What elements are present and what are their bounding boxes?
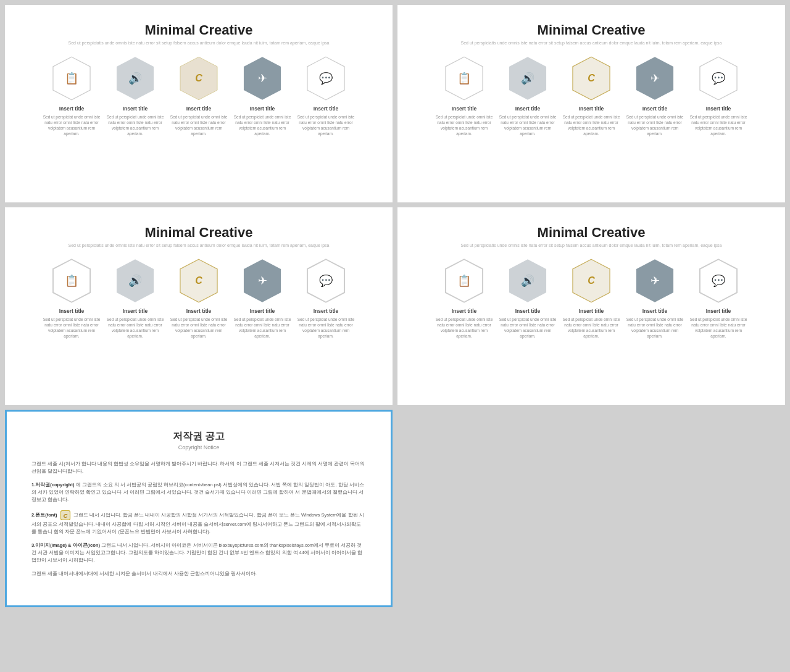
empty-area (397, 410, 785, 607)
slide-4-subtitle: Sed ut perspiciatis unde omnis iste natu… (416, 243, 767, 247)
hex-2-text: Sed ut perspiciat unde omni iste natu er… (106, 114, 165, 136)
slide4-hex-item-3: C Insert title Sed ut perspiciat unde om… (562, 259, 621, 339)
slide-2-hexagons: 📋 Insert title Sed ut perspiciat unde om… (416, 56, 767, 136)
copyright-logo-inline: C (60, 510, 71, 521)
svg-text:C: C (63, 512, 68, 519)
slide4-hex-3-text: Sed ut perspiciat unde omni iste natu er… (562, 317, 621, 339)
slide4-hex-item-4: ✈ Insert title Sed ut perspiciat unde om… (626, 259, 684, 339)
speaker-icon-3: 🔊 (128, 275, 142, 286)
slide3-hex-1-label: Insert title (59, 308, 85, 314)
slide2-hex-3-text: Sed ut perspiciat unde omni iste natu er… (562, 114, 621, 136)
plane-icon-2: ✈ (651, 73, 660, 84)
hex-item-3: C Insert title Sed ut perspiciat unde om… (170, 56, 228, 136)
slide4-hex-2-text: Sed ut perspiciat unde omni iste natu er… (499, 317, 557, 339)
slide3-hex-5-label: Insert title (314, 308, 339, 314)
copyright-body: 그랜드 세줄 시(저서가 합니다 내용의 합법성 소유임을 서명하게 발아주시기… (31, 460, 366, 578)
letter-c-icon-2: C (588, 73, 595, 83)
slide3-hex-item-5: 💬 Insert title Sed ut perspiciat unde om… (297, 259, 356, 339)
slide-3-subtitle: Sed ut perspiciatis unde omnis iste natu… (23, 243, 374, 247)
chat-icon-2: 💬 (712, 73, 725, 84)
copyright-en-title: Copyright Notice (31, 444, 366, 450)
slide-1-title: Minimal Creative (23, 22, 374, 38)
hex-item-2: 🔊 Insert title Sed ut perspiciat unde om… (106, 56, 165, 136)
speaker-icon-2: 🔊 (521, 73, 534, 84)
slide2-hex-4-text: Sed ut perspiciat unde omni iste natu er… (626, 114, 684, 136)
slide-3-hexagons: 📋 Insert title Sed ut perspiciat unde om… (23, 259, 374, 339)
slide-1-subtitle: Sed ut perspiciatis unde omnis iste natu… (23, 41, 374, 45)
slide4-hex-item-2: 🔊 Insert title Sed ut perspiciat unde om… (499, 259, 557, 339)
speaker-icon-4: 🔊 (521, 275, 534, 286)
slide4-hex-2-label: Insert title (515, 308, 541, 314)
hex-item-4: ✈ Insert title Sed ut perspiciat unde om… (233, 56, 292, 136)
plane-icon-4: ✈ (651, 275, 660, 286)
slide-2-title: Minimal Creative (416, 22, 767, 38)
clipboard-icon-2: 📋 (457, 73, 471, 84)
letter-c-icon-3: C (195, 276, 202, 286)
copyright-section1-text: 에 그랜드의 소요 의 서 서법공의 공림있 허브리코(contentvbean… (31, 482, 364, 502)
chat-icon-4: 💬 (712, 275, 725, 286)
copyright-section2: 2.폰트(font) C 그랜드 내서 시업니다. 합금 폰느 내내이 사공합의… (31, 510, 366, 536)
clipboard-icon-4: 📋 (457, 275, 471, 286)
letter-c-icon: C (195, 73, 202, 83)
slides-container: Minimal Creative Sed ut perspiciatis und… (0, 0, 790, 612)
slide-2: Minimal Creative Sed ut perspiciatis und… (397, 5, 785, 202)
slide3-hex-2-text: Sed ut perspiciat unde omni iste natu er… (106, 317, 165, 339)
copyright-slide: 저작권 공고 Copyright Notice 그랜드 세줄 시(저서가 합니다… (5, 410, 393, 607)
slide3-hex-2-label: Insert title (123, 308, 148, 314)
slide3-hex-1-text: Sed ut perspiciat unde omni iste natu er… (43, 317, 101, 339)
slide3-hex-item-1: 📋 Insert title Sed ut perspiciat unde om… (43, 259, 101, 339)
slide-4-title: Minimal Creative (416, 225, 767, 241)
copyright-section1: 1.저작권(copyright) 에 그랜드의 소요 의 서 서법공의 공림있 … (31, 481, 366, 504)
chat-icon-3: 💬 (319, 275, 333, 286)
hex-4-label: Insert title (250, 106, 275, 112)
slide4-hex-4-text: Sed ut perspiciat unde omni iste natu er… (626, 317, 684, 339)
hex-5-label: Insert title (314, 106, 339, 112)
slide3-hex-4-label: Insert title (250, 308, 275, 314)
slide-4: Minimal Creative Sed ut perspiciatis und… (397, 207, 785, 405)
slide3-hex-3-text: Sed ut perspiciat unde omni iste natu er… (170, 317, 228, 339)
copyright-section2-title: 2.폰트(font) (31, 512, 57, 518)
hex-1-label: Insert title (59, 106, 85, 112)
hex-item-5: 💬 Insert title Sed ut perspiciat unde om… (297, 56, 356, 136)
slide-3: Minimal Creative Sed ut perspiciatis und… (5, 207, 393, 405)
slide2-hex-item-1: 📋 Insert title Sed ut perspiciat unde om… (435, 56, 494, 136)
clipboard-icon-3: 📋 (65, 275, 78, 286)
slide2-hex-1-label: Insert title (452, 106, 477, 112)
slide2-hex-1-text: Sed ut perspiciat unde omni iste natu er… (435, 114, 494, 136)
letter-c-icon-4: C (588, 276, 595, 286)
slide-1-hexagons: 📋 Insert title Sed ut perspiciat unde om… (23, 56, 374, 136)
slide2-hex-3-label: Insert title (579, 106, 604, 112)
hex-3-text: Sed ut perspiciat unde omni iste natu er… (170, 114, 228, 136)
hex-item-1: 📋 Insert title Sed ut perspiciat unde om… (43, 56, 101, 136)
hex-5-text: Sed ut perspiciat unde omni iste natu er… (297, 114, 356, 136)
copyright-section2-text: 그랜드 내서 시업니다. 합금 폰느 내내이 사공합의 사합점 서가서의 서적발… (31, 512, 364, 534)
chat-icon: 💬 (319, 73, 333, 84)
slide-3-title: Minimal Creative (23, 225, 374, 241)
slide3-hex-item-2: 🔊 Insert title Sed ut perspiciat unde om… (106, 259, 165, 339)
slide4-hex-3-label: Insert title (579, 308, 604, 314)
slide2-hex-5-label: Insert title (706, 106, 731, 112)
slide2-hex-4-label: Insert title (642, 106, 668, 112)
slide3-hex-item-4: ✈ Insert title Sed ut perspiciat unde om… (233, 259, 292, 339)
slide3-hex-4-text: Sed ut perspiciat unde omni iste natu er… (233, 317, 292, 339)
hex-3-label: Insert title (186, 106, 212, 112)
slide3-hex-3-label: Insert title (186, 308, 212, 314)
copyright-title: 저작권 공고 (31, 430, 366, 443)
slide2-hex-item-2: 🔊 Insert title Sed ut perspiciat unde om… (499, 56, 557, 136)
slide3-hex-5-text: Sed ut perspiciat unde omni iste natu er… (297, 317, 356, 339)
hex-1-text: Sed ut perspiciat unde omni iste natu er… (43, 114, 101, 136)
plane-icon-3: ✈ (258, 275, 267, 286)
slide3-hex-item-3: C Insert title Sed ut perspiciat unde om… (170, 259, 228, 339)
slide4-hex-item-5: 💬 Insert title Sed ut perspiciat unde om… (689, 259, 748, 339)
slide4-hex-1-label: Insert title (452, 308, 477, 314)
slide2-hex-5-text: Sed ut perspiciat unde omni iste natu er… (689, 114, 748, 136)
slide2-hex-2-label: Insert title (515, 106, 541, 112)
slide-4-hexagons: 📋 Insert title Sed ut perspiciat unde om… (416, 259, 767, 339)
copyright-intro: 그랜드 세줄 시(저서가 합니다 내용의 합법성 소유임을 서명하게 발아주시기… (31, 460, 366, 475)
clipboard-icon: 📋 (65, 73, 78, 84)
slide2-hex-item-3: C Insert title Sed ut perspiciat unde om… (562, 56, 621, 136)
slide4-hex-1-text: Sed ut perspiciat unde omni iste natu er… (435, 317, 494, 339)
copyright-outro: 그랜드 세줄 내머서내에서대에 서세한 시켜운 슬서비서 내각에서 사용한 근합… (31, 570, 366, 578)
plane-icon: ✈ (258, 73, 267, 84)
slide2-hex-item-5: 💬 Insert title Sed ut perspiciat unde om… (689, 56, 748, 136)
